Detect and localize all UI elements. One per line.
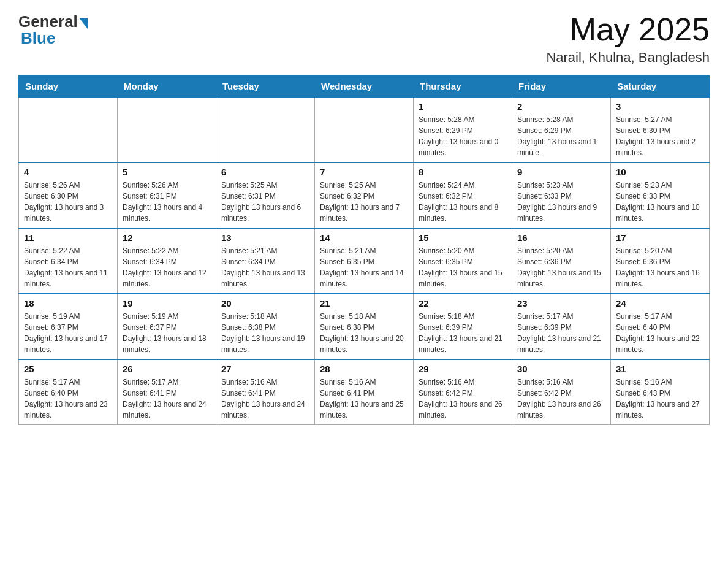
calendar-header-row: SundayMondayTuesdayWednesdayThursdayFrid… — [19, 76, 710, 98]
calendar-cell: 16Sunrise: 5:20 AMSunset: 6:36 PMDayligh… — [512, 228, 611, 294]
day-number: 22 — [419, 298, 507, 308]
day-number: 15 — [419, 232, 507, 243]
calendar-cell: 25Sunrise: 5:17 AMSunset: 6:40 PMDayligh… — [19, 359, 118, 425]
day-sun-info: Sunrise: 5:17 AMSunset: 6:40 PMDaylight:… — [616, 311, 704, 355]
calendar-cell: 11Sunrise: 5:22 AMSunset: 6:34 PMDayligh… — [19, 228, 118, 294]
day-header-monday: Monday — [118, 76, 216, 98]
day-sun-info: Sunrise: 5:23 AMSunset: 6:33 PMDaylight:… — [616, 180, 704, 224]
day-number: 4 — [24, 167, 112, 177]
day-number: 17 — [616, 232, 704, 243]
calendar-cell: 15Sunrise: 5:20 AMSunset: 6:35 PMDayligh… — [414, 228, 512, 294]
day-sun-info: Sunrise: 5:17 AMSunset: 6:39 PMDaylight:… — [517, 311, 605, 355]
calendar-cell: 8Sunrise: 5:24 AMSunset: 6:32 PMDaylight… — [414, 163, 512, 228]
day-sun-info: Sunrise: 5:20 AMSunset: 6:36 PMDaylight:… — [517, 245, 605, 289]
calendar-cell: 31Sunrise: 5:16 AMSunset: 6:43 PMDayligh… — [611, 359, 710, 425]
page-header: General Blue May 2025 Narail, Khulna, Ba… — [18, 12, 710, 66]
day-number: 19 — [123, 298, 211, 308]
calendar-cell: 27Sunrise: 5:16 AMSunset: 6:41 PMDayligh… — [216, 359, 315, 425]
calendar-cell: 3Sunrise: 5:27 AMSunset: 6:30 PMDaylight… — [611, 97, 710, 163]
day-header-tuesday: Tuesday — [216, 76, 315, 98]
calendar-cell: 24Sunrise: 5:17 AMSunset: 6:40 PMDayligh… — [611, 294, 710, 359]
day-number: 14 — [320, 232, 408, 243]
day-sun-info: Sunrise: 5:16 AMSunset: 6:41 PMDaylight:… — [221, 377, 309, 421]
month-year-title: May 2025 — [546, 12, 710, 47]
calendar-cell: 21Sunrise: 5:18 AMSunset: 6:38 PMDayligh… — [315, 294, 414, 359]
day-number: 1 — [419, 101, 507, 112]
day-sun-info: Sunrise: 5:24 AMSunset: 6:32 PMDaylight:… — [419, 180, 507, 224]
calendar-cell: 29Sunrise: 5:16 AMSunset: 6:42 PMDayligh… — [414, 359, 512, 425]
calendar-cell: 20Sunrise: 5:18 AMSunset: 6:38 PMDayligh… — [216, 294, 315, 359]
day-sun-info: Sunrise: 5:16 AMSunset: 6:41 PMDaylight:… — [320, 377, 408, 421]
calendar-cell: 10Sunrise: 5:23 AMSunset: 6:33 PMDayligh… — [611, 163, 710, 228]
calendar-cell: 17Sunrise: 5:20 AMSunset: 6:36 PMDayligh… — [611, 228, 710, 294]
day-number: 23 — [517, 298, 605, 308]
calendar-cell: 19Sunrise: 5:19 AMSunset: 6:37 PMDayligh… — [118, 294, 216, 359]
day-number: 30 — [517, 364, 605, 374]
day-number: 29 — [419, 364, 507, 374]
day-sun-info: Sunrise: 5:28 AMSunset: 6:29 PMDaylight:… — [517, 114, 605, 158]
day-sun-info: Sunrise: 5:17 AMSunset: 6:40 PMDaylight:… — [24, 377, 112, 421]
calendar-cell: 22Sunrise: 5:18 AMSunset: 6:39 PMDayligh… — [414, 294, 512, 359]
day-number: 27 — [221, 364, 309, 374]
day-number: 20 — [221, 298, 309, 308]
day-number: 18 — [24, 298, 112, 308]
day-sun-info: Sunrise: 5:25 AMSunset: 6:31 PMDaylight:… — [221, 180, 309, 224]
day-number: 26 — [123, 364, 211, 374]
day-number: 8 — [419, 167, 507, 177]
day-sun-info: Sunrise: 5:28 AMSunset: 6:29 PMDaylight:… — [419, 114, 507, 158]
location-subtitle: Narail, Khulna, Bangladesh — [546, 50, 710, 66]
day-sun-info: Sunrise: 5:20 AMSunset: 6:36 PMDaylight:… — [616, 245, 704, 289]
calendar-cell: 14Sunrise: 5:21 AMSunset: 6:35 PMDayligh… — [315, 228, 414, 294]
day-number: 9 — [517, 167, 605, 177]
day-number: 25 — [24, 364, 112, 374]
logo-triangle-icon — [79, 18, 88, 29]
week-row-2: 4Sunrise: 5:26 AMSunset: 6:30 PMDaylight… — [19, 163, 710, 228]
calendar-cell: 28Sunrise: 5:16 AMSunset: 6:41 PMDayligh… — [315, 359, 414, 425]
logo-blue-text: Blue — [18, 29, 55, 48]
calendar-cell: 23Sunrise: 5:17 AMSunset: 6:39 PMDayligh… — [512, 294, 611, 359]
day-number: 24 — [616, 298, 704, 308]
day-sun-info: Sunrise: 5:27 AMSunset: 6:30 PMDaylight:… — [616, 114, 704, 158]
day-header-saturday: Saturday — [611, 76, 710, 98]
day-sun-info: Sunrise: 5:19 AMSunset: 6:37 PMDaylight:… — [24, 311, 112, 355]
day-number: 7 — [320, 167, 408, 177]
day-number: 21 — [320, 298, 408, 308]
calendar-table: SundayMondayTuesdayWednesdayThursdayFrid… — [18, 75, 710, 425]
calendar-cell: 2Sunrise: 5:28 AMSunset: 6:29 PMDaylight… — [512, 97, 611, 163]
day-number: 6 — [221, 167, 309, 177]
day-header-sunday: Sunday — [19, 76, 118, 98]
day-sun-info: Sunrise: 5:20 AMSunset: 6:35 PMDaylight:… — [419, 245, 507, 289]
day-number: 12 — [123, 232, 211, 243]
day-sun-info: Sunrise: 5:22 AMSunset: 6:34 PMDaylight:… — [123, 245, 211, 289]
day-sun-info: Sunrise: 5:23 AMSunset: 6:33 PMDaylight:… — [517, 180, 605, 224]
calendar-cell: 4Sunrise: 5:26 AMSunset: 6:30 PMDaylight… — [19, 163, 118, 228]
day-number: 10 — [616, 167, 704, 177]
day-sun-info: Sunrise: 5:18 AMSunset: 6:38 PMDaylight:… — [320, 311, 408, 355]
day-sun-info: Sunrise: 5:16 AMSunset: 6:43 PMDaylight:… — [616, 377, 704, 421]
day-sun-info: Sunrise: 5:17 AMSunset: 6:41 PMDaylight:… — [123, 377, 211, 421]
day-number: 11 — [24, 232, 112, 243]
day-sun-info: Sunrise: 5:21 AMSunset: 6:35 PMDaylight:… — [320, 245, 408, 289]
calendar-cell — [118, 97, 216, 163]
day-sun-info: Sunrise: 5:18 AMSunset: 6:38 PMDaylight:… — [221, 311, 309, 355]
day-header-wednesday: Wednesday — [315, 76, 414, 98]
day-number: 13 — [221, 232, 309, 243]
day-sun-info: Sunrise: 5:16 AMSunset: 6:42 PMDaylight:… — [419, 377, 507, 421]
calendar-cell: 5Sunrise: 5:26 AMSunset: 6:31 PMDaylight… — [118, 163, 216, 228]
week-row-5: 25Sunrise: 5:17 AMSunset: 6:40 PMDayligh… — [19, 359, 710, 425]
day-number: 28 — [320, 364, 408, 374]
day-header-thursday: Thursday — [414, 76, 512, 98]
calendar-cell: 18Sunrise: 5:19 AMSunset: 6:37 PMDayligh… — [19, 294, 118, 359]
day-sun-info: Sunrise: 5:18 AMSunset: 6:39 PMDaylight:… — [419, 311, 507, 355]
calendar-cell: 7Sunrise: 5:25 AMSunset: 6:32 PMDaylight… — [315, 163, 414, 228]
day-sun-info: Sunrise: 5:25 AMSunset: 6:32 PMDaylight:… — [320, 180, 408, 224]
day-sun-info: Sunrise: 5:21 AMSunset: 6:34 PMDaylight:… — [221, 245, 309, 289]
calendar-cell — [315, 97, 414, 163]
day-number: 5 — [123, 167, 211, 177]
day-sun-info: Sunrise: 5:19 AMSunset: 6:37 PMDaylight:… — [123, 311, 211, 355]
day-sun-info: Sunrise: 5:26 AMSunset: 6:31 PMDaylight:… — [123, 180, 211, 224]
day-number: 16 — [517, 232, 605, 243]
calendar-cell: 26Sunrise: 5:17 AMSunset: 6:41 PMDayligh… — [118, 359, 216, 425]
day-sun-info: Sunrise: 5:26 AMSunset: 6:30 PMDaylight:… — [24, 180, 112, 224]
day-number: 3 — [616, 101, 704, 112]
